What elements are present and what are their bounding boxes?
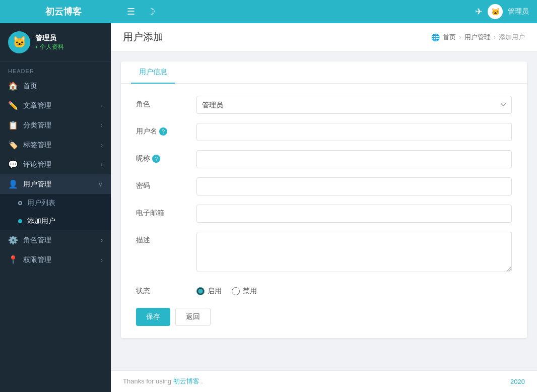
- save-button[interactable]: 保存: [136, 308, 170, 326]
- status-control: 启用 禁用: [196, 283, 512, 296]
- sidebar-item-roles[interactable]: ⚙️ 角色管理 ›: [0, 230, 111, 250]
- sidebar-sub-item-add-user[interactable]: 添加用户: [0, 212, 111, 230]
- articles-label: 文章管理: [23, 101, 51, 110]
- breadcrumb-sep2: ›: [494, 33, 496, 41]
- content: 用户信息 角色 管理员 普通用户: [111, 51, 537, 370]
- password-control: [196, 177, 512, 195]
- menu-icon[interactable]: ☰: [127, 6, 135, 17]
- user-list-dot: [18, 201, 22, 205]
- footer-year: 2020: [510, 378, 525, 385]
- sidebar-item-categories[interactable]: 📋 分类管理 ›: [0, 115, 111, 135]
- username-control: [196, 123, 512, 141]
- username-input[interactable]: [196, 123, 512, 141]
- form-row-nickname: 昵称 ?: [136, 150, 512, 168]
- articles-icon: ✏️: [8, 101, 18, 110]
- status-enabled-radio[interactable]: [196, 287, 205, 295]
- sidebar-user: 🐱 管理员 个人资料: [0, 23, 111, 62]
- form-row-desc: 描述: [136, 232, 512, 274]
- main: 用户添加 🌐 首页 › 用户管理 › 添加用户 用户信息 角色: [111, 23, 537, 392]
- breadcrumb-parent[interactable]: 用户管理: [464, 33, 491, 42]
- send-icon[interactable]: ✈: [475, 6, 483, 17]
- password-label: 密码: [136, 177, 196, 190]
- card-tabs: 用户信息: [121, 61, 527, 84]
- nickname-help-icon[interactable]: ?: [152, 155, 160, 163]
- form-row-username: 用户名 ?: [136, 123, 512, 141]
- page-header: 用户添加 🌐 首页 › 用户管理 › 添加用户: [111, 23, 537, 51]
- users-arrow: ∨: [98, 181, 103, 188]
- sidebar-item-tags[interactable]: 🏷️ 标签管理 ›: [0, 135, 111, 155]
- nickname-label: 昵称 ?: [136, 150, 196, 163]
- form-row-email: 电子邮箱: [136, 205, 512, 223]
- back-button[interactable]: 返回: [175, 308, 211, 326]
- username-help-icon[interactable]: ?: [159, 127, 167, 136]
- breadcrumb-globe-icon: 🌐: [431, 33, 440, 41]
- nickname-control: [196, 150, 512, 168]
- users-label: 用户管理: [23, 180, 51, 189]
- password-input[interactable]: [196, 177, 512, 195]
- permissions-arrow: ›: [101, 256, 103, 264]
- topbar: 初云博客 ☰ ☽ ✈ 🐱 管理员: [0, 0, 537, 23]
- categories-arrow: ›: [101, 122, 103, 129]
- role-select[interactable]: 管理员 普通用户: [196, 96, 512, 114]
- sidebar-item-users[interactable]: 👤 用户管理 ∨: [0, 174, 111, 194]
- admin-label: 管理员: [508, 7, 529, 16]
- page-title: 用户添加: [123, 30, 163, 44]
- user-name: 管理员: [35, 34, 64, 43]
- home-label: 首页: [23, 82, 37, 91]
- form-row-role: 角色 管理员 普通用户: [136, 96, 512, 114]
- email-control: [196, 205, 512, 223]
- add-user-dot: [18, 219, 22, 223]
- status-disabled-label[interactable]: 禁用: [232, 287, 257, 296]
- breadcrumb-current: 添加用户: [499, 33, 525, 42]
- desc-control: [196, 232, 512, 274]
- admin-avatar[interactable]: 🐱: [488, 4, 503, 19]
- articles-arrow: ›: [101, 102, 103, 109]
- app-title: 初云博客: [8, 6, 119, 18]
- roles-label: 角色管理: [23, 236, 51, 245]
- roles-arrow: ›: [101, 237, 103, 244]
- user-list-label: 用户列表: [27, 199, 55, 208]
- status-disabled-text: 禁用: [243, 287, 257, 296]
- email-input[interactable]: [196, 205, 512, 223]
- role-control: 管理员 普通用户: [196, 96, 512, 114]
- nickname-input[interactable]: [196, 150, 512, 168]
- user-status[interactable]: 个人资料: [35, 43, 64, 51]
- topbar-right: ✈ 🐱 管理员: [475, 4, 529, 19]
- layout: 🐱 管理员 个人资料 HEADER 🏠 首页 ✏️ 文章管理 › 📋 分类管理: [0, 23, 537, 392]
- status-disabled-radio[interactable]: [232, 287, 240, 295]
- topbar-center: ☰ ☽: [119, 6, 475, 17]
- sidebar: 🐱 管理员 个人资料 HEADER 🏠 首页 ✏️ 文章管理 › 📋 分类管理: [0, 23, 111, 392]
- form-actions: 保存 返回: [136, 308, 512, 326]
- categories-icon: 📋: [8, 120, 18, 130]
- users-submenu: 用户列表 添加用户: [0, 194, 111, 230]
- footer-link[interactable]: 初云博客: [173, 377, 199, 385]
- roles-icon: ⚙️: [8, 235, 18, 245]
- desc-textarea[interactable]: [196, 232, 512, 272]
- comments-label: 评论管理: [23, 160, 51, 169]
- sidebar-item-articles[interactable]: ✏️ 文章管理 ›: [0, 96, 111, 115]
- sidebar-item-home[interactable]: 🏠 首页: [0, 76, 111, 96]
- moon-icon[interactable]: ☽: [147, 6, 155, 17]
- form-row-password: 密码: [136, 177, 512, 195]
- permissions-icon: 📍: [8, 255, 18, 265]
- users-icon: 👤: [8, 179, 18, 189]
- status-enabled-text: 启用: [208, 287, 222, 296]
- sidebar-item-permissions[interactable]: 📍 权限管理 ›: [0, 250, 111, 270]
- section-label: HEADER: [0, 62, 111, 76]
- breadcrumb-home[interactable]: 首页: [443, 33, 456, 42]
- tab-user-info[interactable]: 用户信息: [131, 61, 175, 84]
- sidebar-sub-item-user-list[interactable]: 用户列表: [0, 194, 111, 212]
- tags-label: 标签管理: [23, 141, 51, 150]
- breadcrumb: 🌐 首页 › 用户管理 › 添加用户: [431, 33, 525, 42]
- footer-after: .: [201, 377, 203, 385]
- footer-text: Thanks for using 初云博客 .: [123, 377, 203, 386]
- tags-arrow: ›: [101, 142, 103, 149]
- form-card: 用户信息 角色 管理员 普通用户: [121, 61, 527, 338]
- email-label: 电子邮箱: [136, 205, 196, 218]
- footer-before: Thanks for using: [123, 377, 173, 385]
- sidebar-item-comments[interactable]: 💬 评论管理 ›: [0, 155, 111, 174]
- home-icon: 🏠: [8, 81, 18, 91]
- status-enabled-label[interactable]: 启用: [196, 287, 222, 296]
- user-avatar: 🐱: [8, 31, 30, 53]
- status-radio-group: 启用 禁用: [196, 283, 512, 296]
